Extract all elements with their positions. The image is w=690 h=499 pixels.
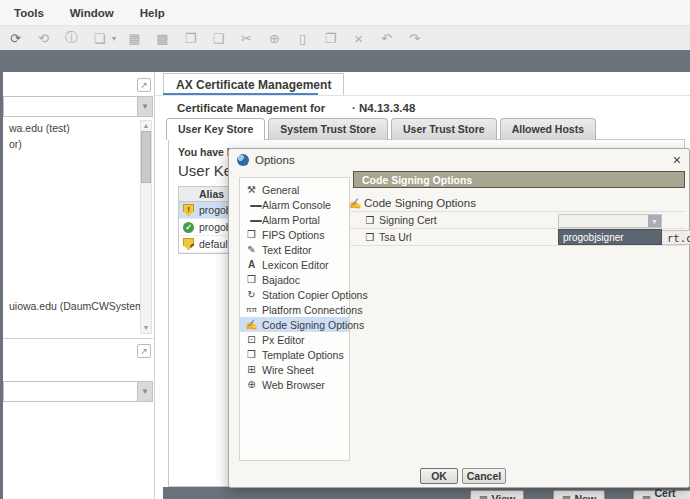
nav-item-text-editor[interactable]: ✎ Text Editor	[240, 242, 349, 257]
add-icon[interactable]: ⊕	[265, 29, 284, 47]
template-icon: ❒	[245, 349, 258, 360]
scroll-up-icon[interactable]: ▲	[141, 121, 151, 131]
nav-label: Px Editor	[262, 334, 305, 346]
scroll-down-icon[interactable]: ▼	[141, 323, 151, 333]
chevron-down-icon[interactable]: ▼	[137, 382, 152, 401]
view-button-label: View	[492, 493, 516, 499]
nav-item-lexicon-editor[interactable]: A Lexicon Editor	[240, 257, 349, 272]
sidebar-tree: wa.edu (test) or) uiowa.edu (DaumCWSyste…	[3, 120, 139, 152]
new-button[interactable]: ▤ New	[553, 490, 605, 499]
list-item[interactable]: uiowa.edu (DaumCWSystem)	[3, 298, 151, 314]
nav-item-template-options[interactable]: ❒ Template Options	[240, 347, 349, 362]
expand-pane-icon[interactable]: ↗	[137, 344, 151, 358]
sidebar-bottom-combobox[interactable]: ▼	[3, 381, 153, 402]
ok-button[interactable]: OK	[420, 468, 458, 484]
info-icon[interactable]: ⓘ	[62, 29, 81, 47]
nav-label: Code Signing Options	[262, 319, 364, 331]
redo-icon[interactable]: ↷	[405, 29, 424, 47]
menu-tools[interactable]: Tools	[14, 7, 44, 19]
nav-item-platform-connections[interactable]: ππ Platform Connections	[240, 302, 349, 317]
cube-icon: ❒	[364, 215, 376, 226]
open-folder-icon[interactable]: ❏	[90, 29, 109, 47]
shield-warning-icon: !	[183, 204, 194, 216]
menu-window[interactable]: Window	[70, 7, 114, 19]
nav-item-bajadoc[interactable]: ❐ Bajadoc	[240, 272, 349, 287]
nav-label: Alarm Console	[262, 199, 331, 211]
paste-icon[interactable]: ▯	[293, 29, 312, 47]
dropdown-option-progobjsigner[interactable]: progobjsigner	[558, 229, 662, 245]
options-nav-list: ⚒ General Alarm Console Alarm Portal ❒ F…	[239, 177, 350, 461]
gear-icon: ⚙	[190, 242, 196, 252]
nav-label: Station Copier Options	[262, 289, 368, 301]
list-item[interactable]: or)	[3, 136, 139, 152]
expand-pane-icon[interactable]: ↗	[137, 78, 151, 92]
nav-item-general[interactable]: ⚒ General	[240, 182, 349, 197]
tab-user-trust-store[interactable]: User Trust Store	[391, 118, 497, 140]
cert-request-icon: ▤	[642, 494, 651, 499]
nav-item-wire-sheet[interactable]: ⊞ Wire Sheet	[240, 362, 349, 377]
revert-icon[interactable]: ⟲	[34, 29, 53, 47]
nav-label: Template Options	[262, 349, 344, 361]
nav-item-alarm-portal[interactable]: Alarm Portal	[240, 212, 349, 227]
list-item[interactable]: wa.edu (test)	[3, 120, 139, 136]
menu-help[interactable]: Help	[140, 7, 165, 19]
undo-icon[interactable]: ↶	[377, 29, 396, 47]
view-icon: ▤	[479, 494, 488, 499]
save-icon[interactable]: ▦	[125, 29, 144, 47]
nav-item-station-copier-options[interactable]: ↻ Station Copier Options	[240, 287, 349, 302]
sidebar-scrollbar[interactable]: ▲ ▼	[140, 120, 152, 334]
alias-cell: default	[199, 238, 231, 250]
platform-icon: ππ	[245, 305, 258, 314]
folder-caret-icon[interactable]: ▾	[112, 34, 116, 43]
chevron-down-icon[interactable]: ▼	[137, 97, 152, 116]
nav-item-alarm-console[interactable]: Alarm Console	[240, 197, 349, 212]
cancel-button[interactable]: Cancel	[462, 468, 506, 484]
view-tab-ax-certificate-management[interactable]: AX Certificate Management	[163, 73, 344, 95]
delete-icon[interactable]: ×	[349, 29, 368, 47]
chevron-down-icon[interactable]: ▼	[648, 215, 661, 227]
save-all-icon[interactable]: ▩	[153, 29, 172, 47]
close-icon[interactable]: ×	[673, 153, 681, 167]
sidebar-top-combobox[interactable]: ▼	[3, 96, 153, 117]
globe-icon: ⊕	[245, 379, 258, 390]
check-green-icon: ✓	[183, 222, 194, 233]
new-icon: ▤	[562, 494, 571, 499]
group-row-code-signing-options[interactable]: ✍ Code Signing Options	[349, 195, 685, 212]
nav-label: Bajadoc	[262, 274, 300, 286]
nav-label: Lexicon Editor	[262, 259, 329, 271]
bottom-action-bar: ▤ View ▤ New ▤ Cert Request	[163, 487, 690, 499]
tools-icon: ⚒	[245, 184, 258, 195]
app-logo-icon	[237, 154, 249, 166]
nav-item-px-editor[interactable]: ⊡ Px Editor	[240, 332, 349, 347]
signing-cert-combobox[interactable]: ▼	[558, 214, 662, 228]
page-title: Certificate Management for	[177, 102, 325, 114]
pencil-doc-icon: ✎	[245, 244, 258, 255]
signer-icon: ✍	[349, 198, 361, 209]
dialog-titlebar: Options ×	[229, 149, 689, 171]
nav-item-fips-options[interactable]: ❒ FIPS Options	[240, 227, 349, 242]
menu-bar: Tools Window Help	[0, 0, 690, 26]
nav-item-web-browser[interactable]: ⊕ Web Browser	[240, 377, 349, 392]
nav-item-code-signing-options[interactable]: ✍ Code Signing Options	[240, 317, 349, 332]
export-icon[interactable]: ❑	[209, 29, 228, 47]
view-button[interactable]: ▤ View	[470, 490, 524, 499]
scrollbar-thumb[interactable]	[141, 131, 151, 183]
nav-label: Text Editor	[262, 244, 312, 256]
tab-allowed-hosts[interactable]: Allowed Hosts	[500, 118, 596, 140]
nav-label: General	[262, 184, 299, 196]
new-button-label: New	[575, 493, 597, 499]
cert-request-button[interactable]: ▤ Cert Request	[633, 490, 690, 499]
nav-label: Web Browser	[262, 379, 325, 391]
tab-system-trust-store[interactable]: System Trust Store	[268, 118, 388, 140]
toolbar: ⟳ ⟲ ⓘ ❏ ▾ ▦ ▩ ❐ ❑ ✂ ⊕ ▯ ❐ × ↶ ↷	[0, 26, 690, 50]
cut-icon[interactable]: ✂	[237, 29, 256, 47]
view-tab-baseline	[155, 95, 690, 96]
copier-icon: ↻	[245, 289, 258, 300]
copy-icon[interactable]: ❐	[321, 29, 340, 47]
tab-user-key-store[interactable]: User Key Store	[166, 118, 265, 140]
cert-request-button-label: Cert Request	[655, 487, 690, 499]
refresh-icon[interactable]: ⟳	[6, 29, 25, 47]
header-dark-band	[0, 50, 690, 72]
sidebar-divider	[3, 338, 153, 339]
import-icon[interactable]: ❐	[181, 29, 200, 47]
